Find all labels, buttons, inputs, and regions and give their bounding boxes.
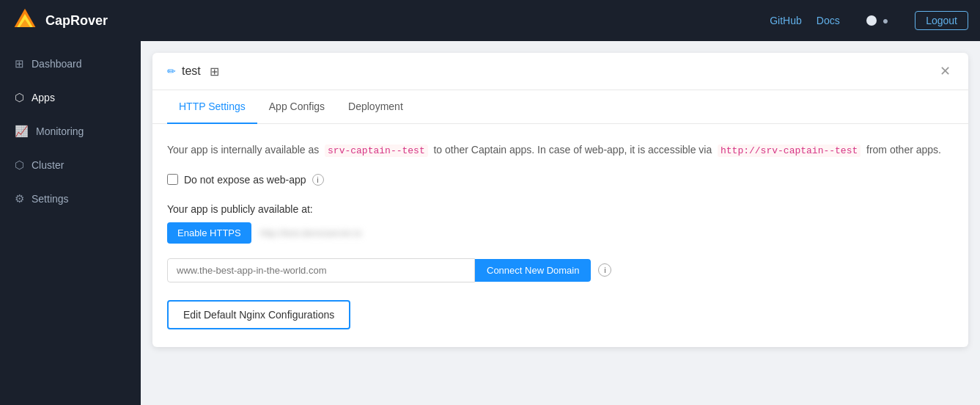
cluster-icon: ⬡ (15, 158, 24, 172)
no-expose-label: Do not expose as web-app (184, 174, 306, 186)
domain-row: Connect New Domain i (167, 258, 954, 282)
sidebar-label-monitoring: Monitoring (36, 125, 84, 137)
apps-icon: ⬡ (15, 91, 24, 104)
pencil-icon: ✏ (167, 65, 176, 77)
sidebar-item-monitoring[interactable]: 📈 Monitoring (0, 114, 141, 148)
sidebar-item-cluster[interactable]: ⬡ Cluster (0, 148, 141, 182)
sidebar-item-dashboard[interactable]: ⊞ Dashboard (0, 47, 141, 81)
panel-title: ✏ test (167, 65, 201, 78)
github-link[interactable]: GitHub (770, 15, 802, 26)
sidebar-label-apps: Apps (32, 92, 55, 103)
domain-input[interactable] (167, 258, 475, 282)
blurred-url: http://test.demoserver.io (260, 227, 362, 238)
logout-button[interactable]: Logout (915, 11, 968, 30)
connect-domain-button[interactable]: Connect New Domain (475, 259, 591, 282)
app-panel: ✏ test ⊞ ✕ HTTP Settings App Configs Dep… (152, 53, 968, 347)
sidebar-item-apps[interactable]: ⬡ Apps (0, 81, 141, 114)
status-icon (866, 15, 877, 26)
topnav: CapRover GitHub Docs ● Logout (0, 0, 980, 41)
tab-deployment[interactable]: Deployment (336, 90, 415, 124)
info-text: Your app is internally available as srv-… (167, 142, 954, 159)
info-text-mid: to other Captain apps. In case of web-ap… (433, 144, 712, 156)
nginx-section: Edit Default Nginx Configurations (167, 300, 954, 329)
enable-https-button[interactable]: Enable HTTPS (167, 222, 251, 244)
internal-url-code: http://srv-captain--test (718, 145, 861, 157)
sidebar-label-cluster: Cluster (32, 159, 64, 171)
internal-service-code: srv-captain--test (325, 145, 428, 157)
public-url-label: Your app is publicly available at: (167, 203, 954, 215)
sidebar-label-settings: Settings (32, 193, 69, 205)
logo-text: CapRover (45, 13, 108, 29)
grid-icon: ⊞ (210, 65, 219, 79)
topnav-links: GitHub Docs ● Logout (770, 11, 968, 30)
settings-icon: ⚙ (15, 192, 24, 205)
tabs-bar: HTTP Settings App Configs Deployment (152, 90, 968, 124)
tab-app-configs[interactable]: App Configs (257, 90, 336, 124)
connect-domain-info-icon[interactable]: i (598, 263, 611, 277)
sidebar-label-dashboard: Dashboard (32, 58, 82, 70)
monitoring-icon: 📈 (15, 125, 29, 138)
bell-icon: ● (883, 15, 888, 26)
close-button[interactable]: ✕ (937, 63, 954, 79)
docs-link[interactable]: Docs (817, 15, 840, 26)
no-expose-info-icon[interactable]: i (312, 174, 324, 186)
logo: CapRover (12, 7, 108, 34)
panel-header-left: ✏ test ⊞ (167, 65, 219, 79)
app-name-title: test (182, 65, 201, 78)
edit-nginx-button[interactable]: Edit Default Nginx Configurations (167, 300, 350, 329)
info-text-suffix: from other apps. (866, 144, 941, 156)
url-row: Enable HTTPS http://test.demoserver.io (167, 222, 954, 244)
no-expose-row: Do not expose as web-app i (167, 174, 954, 186)
info-text-prefix: Your app is internally available as (167, 144, 319, 156)
sidebar: ⊞ Dashboard ⬡ Apps 📈 Monitoring ⬡ Cluste… (0, 41, 141, 405)
sidebar-item-settings[interactable]: ⚙ Settings (0, 182, 141, 216)
dashboard-icon: ⊞ (15, 57, 24, 70)
main-content: ✏ test ⊞ ✕ HTTP Settings App Configs Dep… (141, 41, 980, 405)
no-expose-checkbox[interactable] (167, 174, 178, 185)
panel-header: ✏ test ⊞ ✕ (152, 53, 968, 90)
tab-http-settings[interactable]: HTTP Settings (167, 90, 257, 124)
panel-content: Your app is internally available as srv-… (152, 124, 968, 347)
logo-icon (12, 7, 38, 34)
public-url-section: Your app is publicly available at: Enabl… (167, 203, 954, 244)
